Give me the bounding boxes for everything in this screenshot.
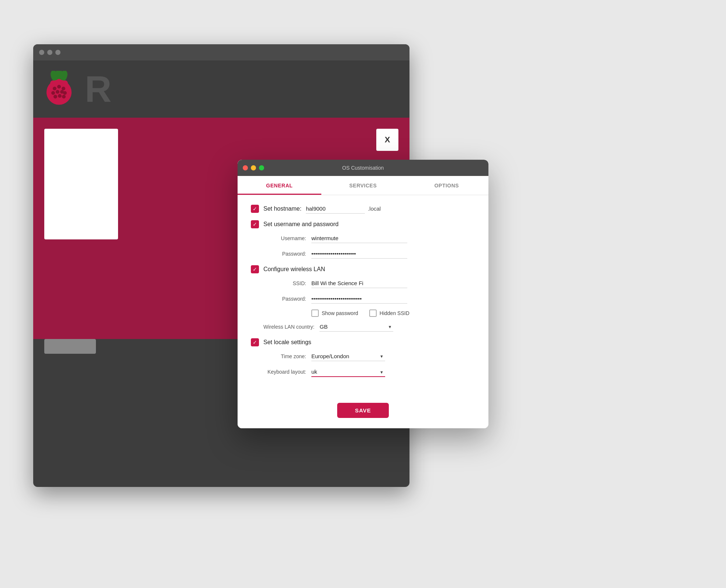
user-password-field-label: Password: bbox=[263, 251, 311, 257]
hidden-ssid-checkbox[interactable] bbox=[369, 309, 377, 317]
svg-point-13 bbox=[63, 91, 67, 95]
hostname-checkbox[interactable]: ✓ bbox=[251, 205, 259, 213]
svg-point-4 bbox=[50, 80, 56, 86]
show-password-label: Show password bbox=[322, 310, 358, 316]
wireless-lan-section: ✓ Configure wireless LAN SSID: Password:… bbox=[251, 265, 475, 332]
save-button[interactable]: SAVE bbox=[337, 403, 389, 418]
os-customisation-dialog: OS Customisation GENERAL SERVICES OPTION… bbox=[238, 160, 488, 428]
hostname-input[interactable] bbox=[306, 204, 365, 214]
user-password-input[interactable] bbox=[311, 249, 407, 259]
show-password-item: Show password bbox=[311, 309, 358, 317]
svg-point-10 bbox=[51, 91, 55, 95]
hostname-label: Set hostname: bbox=[263, 205, 301, 212]
bg-dot-3 bbox=[55, 50, 60, 55]
dialog-titlebar: OS Customisation bbox=[238, 160, 488, 176]
dialog-title: OS Customisation bbox=[342, 165, 384, 171]
keyboard-select[interactable]: uk us de bbox=[311, 367, 385, 377]
svg-point-11 bbox=[56, 90, 59, 94]
close-dot[interactable] bbox=[243, 165, 248, 170]
user-password-checkbox-row: ✓ Set username and password bbox=[251, 220, 475, 228]
hostname-checkbox-row: ✓ Set hostname: .local bbox=[251, 204, 475, 214]
wireless-lan-label: Configure wireless LAN bbox=[263, 266, 325, 273]
bg-raspberry-area: R bbox=[33, 60, 409, 118]
minimize-dot[interactable] bbox=[251, 165, 256, 170]
keyboard-select-wrapper: uk us de bbox=[311, 367, 385, 377]
bg-titlebar bbox=[33, 44, 409, 60]
locale-checkbox[interactable]: ✓ bbox=[251, 338, 259, 346]
keyboard-label: Keyboard layout: bbox=[263, 369, 311, 375]
keyboard-row: Keyboard layout: uk us de bbox=[251, 367, 475, 377]
tab-bar: GENERAL SERVICES OPTIONS bbox=[238, 176, 488, 195]
bg-r-letter: R bbox=[85, 68, 111, 110]
maximize-dot[interactable] bbox=[259, 165, 264, 170]
user-password-row: Password: bbox=[251, 249, 475, 259]
tab-general[interactable]: GENERAL bbox=[238, 176, 321, 195]
country-select-wrapper: GB US DE FR bbox=[319, 322, 393, 332]
hostname-checkmark: ✓ bbox=[253, 206, 257, 211]
hidden-ssid-label: Hidden SSID bbox=[380, 310, 409, 316]
user-password-checkbox[interactable]: ✓ bbox=[251, 220, 259, 228]
raspberry-logo bbox=[41, 71, 77, 108]
wifi-options-row: Show password Hidden SSID bbox=[299, 309, 475, 317]
svg-point-6 bbox=[62, 80, 68, 86]
svg-point-9 bbox=[62, 87, 65, 90]
svg-point-8 bbox=[57, 85, 61, 89]
ssid-row: SSID: bbox=[251, 279, 475, 288]
svg-point-5 bbox=[56, 79, 62, 85]
wireless-lan-checkbox[interactable]: ✓ bbox=[251, 265, 259, 273]
ssid-label: SSID: bbox=[263, 280, 311, 286]
svg-point-16 bbox=[62, 95, 66, 98]
username-input[interactable] bbox=[311, 234, 407, 243]
hostname-input-row: .local bbox=[306, 204, 381, 214]
locale-section: ✓ Set locale settings Time zone: Europe/… bbox=[251, 338, 475, 377]
locale-checkmark: ✓ bbox=[253, 340, 257, 345]
country-label: Wireless LAN country: bbox=[263, 324, 319, 330]
ssid-input[interactable] bbox=[311, 279, 407, 288]
hidden-ssid-item: Hidden SSID bbox=[369, 309, 409, 317]
country-select[interactable]: GB US DE FR bbox=[319, 322, 393, 332]
country-row: Wireless LAN country: GB US DE FR bbox=[251, 322, 475, 332]
wifi-password-input[interactable] bbox=[311, 294, 407, 304]
show-password-checkbox[interactable] bbox=[311, 309, 319, 317]
locale-label: Set locale settings bbox=[263, 339, 311, 346]
titlebar-dots bbox=[243, 165, 264, 170]
svg-point-7 bbox=[53, 87, 56, 90]
bg-white-panel bbox=[44, 129, 118, 239]
locale-checkbox-row: ✓ Set locale settings bbox=[251, 338, 475, 346]
bg-dot-2 bbox=[47, 50, 52, 55]
save-area: SAVE bbox=[238, 395, 488, 428]
timezone-select-wrapper: Europe/London America/New_York Asia/Toky… bbox=[311, 352, 385, 361]
wireless-lan-checkbox-row: ✓ Configure wireless LAN bbox=[251, 265, 475, 273]
svg-point-15 bbox=[58, 94, 62, 98]
svg-point-14 bbox=[53, 95, 57, 98]
user-password-section: ✓ Set username and password Username: Pa… bbox=[251, 220, 475, 259]
bg-dot-1 bbox=[39, 50, 44, 55]
user-password-checkmark: ✓ bbox=[253, 222, 257, 227]
username-label: Username: bbox=[263, 235, 311, 241]
timezone-label: Time zone: bbox=[263, 353, 311, 359]
timezone-select[interactable]: Europe/London America/New_York Asia/Toky… bbox=[311, 352, 385, 361]
wireless-lan-checkmark: ✓ bbox=[253, 267, 257, 272]
tab-services[interactable]: SERVICES bbox=[321, 176, 405, 195]
bg-gray-btn bbox=[44, 339, 96, 354]
user-password-label: Set username and password bbox=[263, 221, 339, 228]
hostname-section: ✓ Set hostname: .local bbox=[251, 204, 475, 214]
tab-content-general: ✓ Set hostname: .local ✓ Set username an… bbox=[238, 195, 488, 395]
wifi-password-label: Password: bbox=[263, 296, 311, 302]
username-row: Username: bbox=[251, 234, 475, 243]
bg-x-box: X bbox=[376, 129, 398, 151]
hostname-suffix: .local bbox=[368, 205, 381, 212]
wifi-password-row: Password: bbox=[251, 294, 475, 304]
tab-options[interactable]: OPTIONS bbox=[405, 176, 488, 195]
timezone-row: Time zone: Europe/London America/New_Yor… bbox=[251, 352, 475, 361]
